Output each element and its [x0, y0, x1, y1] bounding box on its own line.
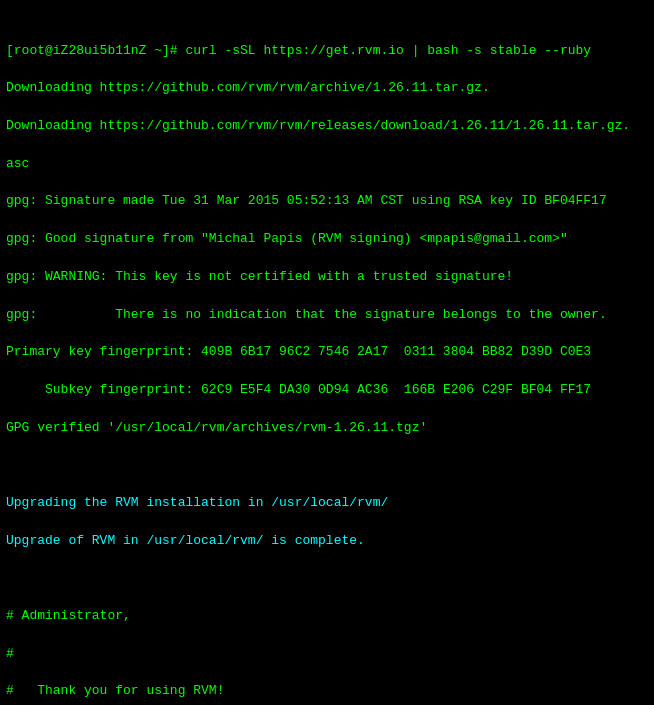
line-10: Subkey fingerprint: 62C9 E5F4 DA30 0D94 … [6, 381, 648, 400]
line-admin: # Administrator, [6, 607, 648, 626]
line-9: Primary key fingerprint: 409B 6B17 96C2 … [6, 343, 648, 362]
line-1: [root@iZ28ui5b11nZ ~]# curl -sSL https:/… [6, 42, 648, 61]
line-thankyou: # Thank you for using RVM! [6, 682, 648, 701]
line-8: gpg: There is no indication that the sig… [6, 306, 648, 325]
line-3: Downloading https://github.com/rvm/rvm/r… [6, 117, 648, 136]
terminal-window: [root@iZ28ui5b11nZ ~]# curl -sSL https:/… [0, 0, 654, 705]
line-hash: # [6, 645, 648, 664]
line-7: gpg: WARNING: This key is not certified … [6, 268, 648, 287]
line-11: GPG verified '/usr/local/rvm/archives/rv… [6, 419, 648, 438]
line-upgrading: Upgrading the RVM installation in /usr/l… [6, 494, 648, 513]
line-2: Downloading https://github.com/rvm/rvm/a… [6, 79, 648, 98]
line-6: gpg: Good signature from "Michal Papis (… [6, 230, 648, 249]
line-4: asc [6, 155, 648, 174]
line-5: gpg: Signature made Tue 31 Mar 2015 05:5… [6, 192, 648, 211]
line-upgrade-complete: Upgrade of RVM in /usr/local/rvm/ is com… [6, 532, 648, 551]
